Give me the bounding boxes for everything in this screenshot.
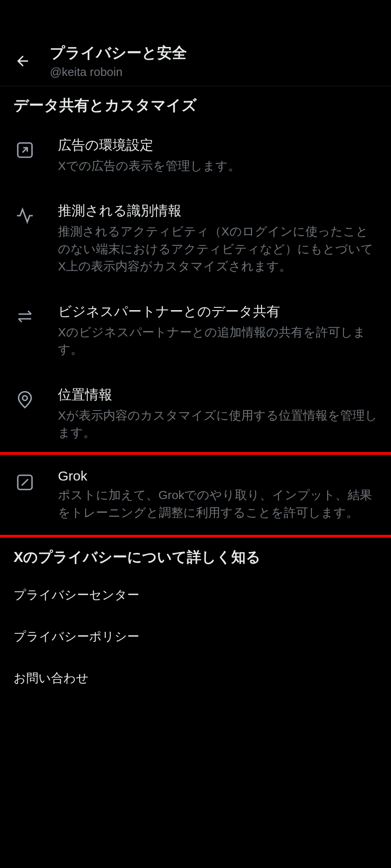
back-button[interactable] xyxy=(9,47,36,75)
grok-icon xyxy=(14,471,36,494)
page-title: プライバシーと安全 xyxy=(50,43,187,63)
activity-icon xyxy=(14,204,36,227)
item-text: 広告の環境設定 Xでの広告の表示を管理します。 xyxy=(58,136,377,175)
item-description: ポストに加えて、Grokでのやり取り、インプット、結果をトレーニングと調整に利用… xyxy=(58,486,377,521)
link-privacy-center[interactable]: プライバシーセンター xyxy=(0,574,391,616)
section-heading-learn-more: Xのプライバシーについて詳しく知る xyxy=(0,535,391,574)
settings-item-grok[interactable]: Grok ポストに加えて、Grokでのやり取り、インプット、結果をトレーニングと… xyxy=(0,455,391,535)
item-text: ビジネスパートナーとのデータ共有 Xのビジネスパートナーとの追加情報の共有を許可… xyxy=(58,302,377,359)
settings-item-location[interactable]: 位置情報 Xが表示内容のカスタマイズに使用する位置情報を管理します。 xyxy=(0,372,391,455)
item-description: Xでの広告の表示を管理します。 xyxy=(58,157,377,175)
item-title: 広告の環境設定 xyxy=(58,136,377,155)
link-contact[interactable]: お問い合わせ xyxy=(0,657,391,699)
location-pin-icon xyxy=(14,388,36,411)
item-description: 推測されるアクティビティ（Xのログインに使ったことのない端末におけるアクティビテ… xyxy=(58,223,377,275)
svg-point-1 xyxy=(23,396,28,401)
item-text: Grok ポストに加えて、Grokでのやり取り、インプット、結果をトレーニングと… xyxy=(58,468,377,521)
item-description: Xのビジネスパートナーとの追加情報の共有を許可します。 xyxy=(58,324,377,359)
arrow-left-icon xyxy=(14,53,31,69)
transfer-icon xyxy=(14,305,36,328)
item-title: ビジネスパートナーとのデータ共有 xyxy=(58,302,377,321)
item-text: 推測される識別情報 推測されるアクティビティ（Xのログインに使ったことのない端末… xyxy=(58,202,377,275)
section-heading-data-sharing: データ共有とカスタマイズ xyxy=(0,86,391,123)
item-title: Grok xyxy=(58,468,377,484)
settings-item-business-partner[interactable]: ビジネスパートナーとのデータ共有 Xのビジネスパートナーとの追加情報の共有を許可… xyxy=(0,289,391,372)
item-title: 推測される識別情報 xyxy=(58,202,377,220)
username: @keita roboin xyxy=(50,65,187,79)
settings-item-ad-preferences[interactable]: 広告の環境設定 Xでの広告の表示を管理します。 xyxy=(0,123,391,188)
highlighted-grok-setting: Grok ポストに加えて、Grokでのやり取り、インプット、結果をトレーニングと… xyxy=(0,452,391,538)
item-text: 位置情報 Xが表示内容のカスタマイズに使用する位置情報を管理します。 xyxy=(58,386,377,442)
settings-item-inferred-identity[interactable]: 推測される識別情報 推測されるアクティビティ（Xのログインに使ったことのない端末… xyxy=(0,188,391,288)
item-description: Xが表示内容のカスタマイズに使用する位置情報を管理します。 xyxy=(58,407,377,442)
item-title: 位置情報 xyxy=(58,386,377,404)
header-text: プライバシーと安全 @keita roboin xyxy=(50,43,187,79)
external-link-icon xyxy=(14,139,36,161)
settings-header: プライバシーと安全 @keita roboin xyxy=(0,0,391,86)
link-privacy-policy[interactable]: プライバシーポリシー xyxy=(0,616,391,657)
